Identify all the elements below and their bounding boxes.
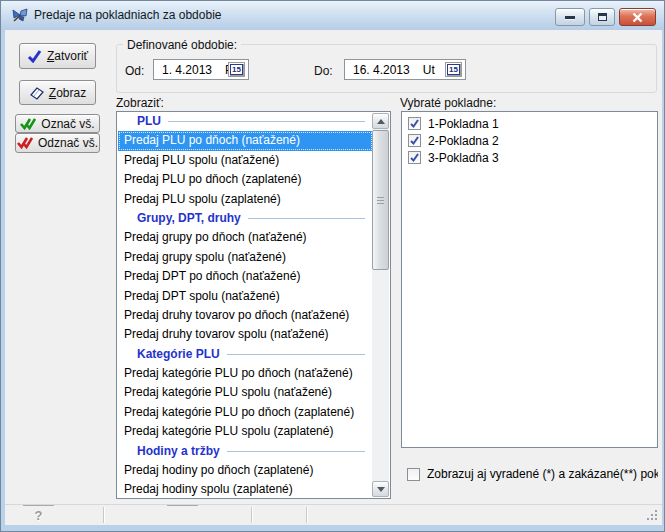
- show-excluded-label: Zobrazuj aj vyradené (*) a zakázané(**) …: [427, 467, 658, 481]
- register-row-label: 2-Pokladna 2: [428, 134, 499, 148]
- green-double-check-icon: [20, 117, 36, 131]
- register-row[interactable]: 2-Pokladna 2: [402, 132, 657, 149]
- calendar-icon: 15: [447, 64, 460, 75]
- from-date-field[interactable]: 1. 4.2013 Po 15: [153, 59, 249, 80]
- blue-checkmark-icon: [27, 49, 42, 63]
- statusbar-divider: [306, 507, 307, 523]
- maximize-button[interactable]: [589, 8, 615, 26]
- minimize-button[interactable]: [555, 8, 585, 26]
- help-button[interactable]: ?: [23, 505, 54, 525]
- vertical-scrollbar[interactable]: [372, 113, 389, 497]
- window-controls: [555, 8, 656, 26]
- list-item[interactable]: Predaj PLU spolu (zaplatené): [118, 190, 373, 209]
- close-icon: [631, 12, 644, 23]
- list-item[interactable]: Predaj hodiny po dňoch (zaplatené): [118, 461, 373, 480]
- report-rows: PLU Predaj PLU po dňoch (naťažené) Preda…: [118, 112, 373, 500]
- zatvorit-button-label: Zatvoriť: [47, 49, 88, 63]
- list-item[interactable]: Predaj DPT po dňoch (naťažené): [118, 267, 373, 286]
- register-row-label: 3-Pokladňa 3: [428, 151, 499, 165]
- scroll-up-button[interactable]: [372, 113, 389, 129]
- from-label: Od:: [125, 64, 144, 78]
- to-label: Do:: [314, 64, 333, 78]
- list-item[interactable]: Predaj kategórie PLU po dňoch (naťažené): [118, 364, 373, 383]
- list-item[interactable]: Predaj kategórie PLU spolu (zaplatené): [118, 422, 373, 441]
- register-row-label: 1-Pokladna 1: [428, 117, 499, 131]
- calendar-icon: 15: [230, 64, 243, 75]
- list-item[interactable]: Predaj DPT spolu (naťažené): [118, 287, 373, 306]
- report-list-label: Zobraziť:: [116, 96, 164, 110]
- app-butterfly-icon: [11, 7, 29, 25]
- statusbar-divider: [251, 507, 252, 523]
- dialog-window: Predaje na pokladniach za obdobie Zatvor…: [0, 0, 665, 532]
- report-listbox: PLU Predaj PLU po dňoch (naťažené) Preda…: [116, 111, 391, 499]
- list-item[interactable]: Predaj kategórie PLU po dňoch (zaplatené…: [118, 403, 373, 422]
- zobraz-button[interactable]: Zobraz: [19, 80, 96, 105]
- register-row[interactable]: 1-Pokladna 1: [402, 115, 657, 132]
- from-calendar-button[interactable]: 15: [228, 62, 245, 77]
- statusbar-segment: [167, 505, 198, 525]
- to-calendar-button[interactable]: 15: [445, 62, 462, 77]
- window-title: Predaje na pokladniach za obdobie: [34, 8, 221, 22]
- resize-grip[interactable]: [647, 510, 658, 521]
- check-icon: [409, 152, 420, 163]
- show-excluded-checkbox-row[interactable]: Zobrazuj aj vyradené (*) a zakázané(**) …: [407, 467, 658, 481]
- section-divider-line: [168, 121, 365, 122]
- status-bar: ?: [5, 504, 662, 525]
- list-item[interactable]: Predaj druhy tovarov spolu (naťažené): [118, 325, 373, 344]
- to-day-abbrev: Ut: [423, 63, 435, 77]
- list-section-header: PLU: [118, 112, 373, 131]
- check-icon: [409, 135, 420, 146]
- list-item[interactable]: Predaj grupy spolu (naťažené): [118, 248, 373, 267]
- statusbar-divider: [103, 507, 104, 523]
- period-group-label: Definované obdobie:: [123, 38, 241, 52]
- list-item-selected[interactable]: Predaj PLU po dňoch (naťažené): [118, 131, 373, 150]
- deselect-all-label: Odznač vš.: [38, 136, 98, 150]
- help-icon: ?: [35, 508, 43, 523]
- list-item[interactable]: Predaj PLU spolu (naťažené): [118, 151, 373, 170]
- registers-checklist: 1-Pokladna 1 2-Pokladna 2 3-Pokladňa 3: [401, 111, 658, 448]
- from-date-value: 1. 4.2013: [162, 63, 212, 77]
- list-section-header: Kategórie PLU: [118, 345, 373, 364]
- select-all-label: Označ vš.: [41, 117, 94, 131]
- select-all-button[interactable]: Označ vš.: [15, 114, 100, 133]
- scroll-down-button[interactable]: [372, 481, 389, 497]
- section-divider-line: [248, 218, 365, 219]
- list-item[interactable]: Predaj hodiny spolu (zaplatené): [118, 480, 373, 499]
- check-icon: [409, 118, 420, 129]
- zobraz-button-label: Zobraz: [49, 86, 86, 100]
- red-double-check-icon: [17, 136, 33, 150]
- registers-label: Vybraté pokladne:: [400, 96, 496, 110]
- list-item[interactable]: Predaj druhy tovarov po dňoch (naťažené): [118, 306, 373, 325]
- title-bar[interactable]: Predaje na pokladniach za obdobie: [1, 1, 664, 30]
- preview-eraser-icon: [29, 86, 44, 100]
- list-item[interactable]: Predaj grupy po dňoch (naťažené): [118, 228, 373, 247]
- section-divider-line: [227, 451, 365, 452]
- to-date-field[interactable]: 16. 4.2013 Ut 15: [344, 59, 466, 80]
- checkbox-checked[interactable]: [408, 117, 421, 130]
- zatvorit-button[interactable]: Zatvoriť: [19, 43, 96, 69]
- section-divider-line: [227, 354, 365, 355]
- list-item[interactable]: Predaj PLU po dňoch (zaplatené): [118, 170, 373, 189]
- list-section-header: Grupy, DPT, druhy: [118, 209, 373, 228]
- close-button[interactable]: [619, 8, 656, 26]
- minimize-icon: [565, 16, 575, 19]
- checkbox-checked[interactable]: [408, 151, 421, 164]
- chevron-up-icon: [377, 119, 385, 124]
- checkbox-unchecked[interactable]: [407, 468, 420, 481]
- checkbox-checked[interactable]: [408, 134, 421, 147]
- list-item[interactable]: Predaj kategórie PLU spolu (naťažené): [118, 383, 373, 402]
- chevron-down-icon: [377, 487, 385, 492]
- to-date-value: 16. 4.2013: [353, 63, 410, 77]
- list-section-header: Hodiny a tržby: [118, 442, 373, 461]
- scrollbar-thumb[interactable]: [372, 130, 389, 270]
- deselect-all-button[interactable]: Odznač vš.: [15, 133, 100, 153]
- register-row[interactable]: 3-Pokladňa 3: [402, 149, 657, 166]
- maximize-icon: [598, 13, 607, 21]
